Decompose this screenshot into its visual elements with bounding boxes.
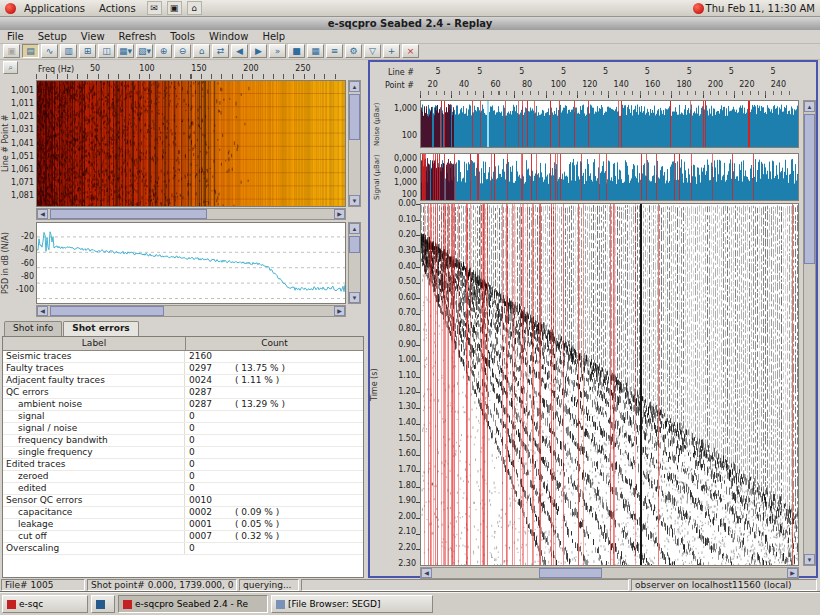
scroll-down-icon[interactable]: ▼	[349, 195, 360, 206]
toolbar-pan-button[interactable]: ⇄	[212, 44, 229, 58]
toolbar-play-button[interactable]: »	[269, 44, 286, 58]
scroll-thumb[interactable]	[50, 306, 164, 316]
toolbar-histogram-view-button[interactable]: ▥	[60, 44, 77, 58]
time-tick-label: 1.80	[398, 481, 416, 490]
line-tick-label: 5	[417, 67, 459, 76]
toolbar-new-view-button[interactable]: ▣	[3, 44, 20, 58]
scroll-thumb[interactable]	[539, 568, 603, 578]
scroll-right-icon[interactable]: ▶	[334, 209, 345, 219]
toolbar-search-button[interactable]: ⌕	[3, 61, 18, 74]
actions-menu[interactable]: Actions	[93, 2, 142, 15]
taskbar-icon-button[interactable]	[91, 595, 115, 613]
freq-tick-marks	[36, 74, 344, 79]
scroll-left-icon[interactable]: ◀	[37, 209, 48, 219]
taskbar-filebrowser-button[interactable]: [File Browser: SEGD]	[271, 595, 433, 613]
toolbar: ▣▤∿▥⊞◫▦▾▧▾⊕⊖⌂⇄◀▶»■▦≡⚙▽+×	[0, 43, 820, 60]
scroll-right-icon[interactable]: ▶	[334, 306, 345, 316]
menu-item[interactable]: Refresh	[112, 30, 164, 43]
time-tick-label: 0.60	[398, 293, 416, 302]
row-count: 0287	[185, 387, 227, 398]
scroll-left-icon[interactable]: ◀	[421, 568, 432, 578]
scroll-left-icon[interactable]: ◀	[37, 306, 48, 316]
scroll-right-icon[interactable]: ▶	[787, 568, 798, 578]
menu-bar: FileSetupViewRefreshToolsWindowHelp	[0, 30, 820, 44]
row-count-cell: 0	[185, 471, 363, 482]
menu-item[interactable]: Window	[202, 30, 255, 43]
spectrogram-horizontal-scrollbar[interactable]: ◀ ▶	[36, 208, 346, 220]
scroll-up-icon[interactable]: ▲	[349, 81, 360, 92]
clock-applet[interactable]: Thu Feb 11, 11:30 AM	[706, 3, 815, 14]
toolbar-spectrum-view-button[interactable]: ∿	[41, 44, 58, 58]
scroll-track[interactable]	[48, 209, 334, 219]
toolbar-filter-button[interactable]: ▽	[364, 44, 381, 58]
line-tick-label: 5	[626, 67, 668, 76]
toolbar-display-palette-button[interactable]: ▤	[22, 44, 39, 58]
window-titlebar[interactable]: e-sqcpro Seabed 2.4 - Replay	[0, 17, 820, 31]
toolbar-overlay-menu-button[interactable]: ▧▾	[136, 44, 153, 58]
toolbar-view-menu-button[interactable]: ▦▾	[117, 44, 134, 58]
table-row: cut off 0007( 0.32 % )	[3, 531, 363, 543]
psd-vertical-scrollbar[interactable]: ▲ ▼	[348, 222, 361, 304]
time-tick-label: 0.20	[398, 230, 416, 239]
toolbar-close-view-button[interactable]: ×	[402, 44, 419, 58]
toolbar-stop-button[interactable]: ■	[288, 44, 305, 58]
row-count-cell: 0001( 0.05 % )	[185, 519, 363, 530]
panel-launcher-icon[interactable]: ⌂	[187, 1, 202, 15]
toolbar-zoom-fit-button[interactable]: ⌂	[193, 44, 210, 58]
scroll-track[interactable]	[349, 234, 360, 292]
scroll-up-icon[interactable]: ▲	[804, 101, 815, 112]
scroll-track[interactable]	[349, 92, 360, 195]
spectrogram-ytick-label: 1,001	[11, 86, 34, 95]
toolbar-trace-view-button[interactable]: ≡	[326, 44, 343, 58]
table-row: Overscaling 0	[3, 543, 363, 555]
tab-shot-errors[interactable]: Shot errors	[63, 321, 138, 336]
time-tick-label: 1.60	[398, 449, 416, 458]
scroll-down-icon[interactable]: ▼	[349, 292, 360, 303]
noise-plot-canvas[interactable]	[421, 101, 798, 147]
tab-shot-info[interactable]: Shot info	[4, 321, 62, 336]
scroll-thumb[interactable]	[804, 114, 815, 264]
time-tick-label: 0.00	[398, 199, 416, 208]
panel-launcher-icon[interactable]: ▣	[167, 1, 182, 15]
scroll-up-icon[interactable]: ▲	[349, 223, 360, 234]
point-axis-minor-tick-marks	[420, 91, 797, 95]
spectrogram-vertical-scrollbar[interactable]: ▲ ▼	[348, 80, 361, 207]
row-count-cell: 0002( 0.09 % )	[185, 507, 363, 518]
scroll-track[interactable]	[48, 306, 334, 316]
taskbar-esqc-button[interactable]: e-sqc	[2, 595, 88, 613]
scroll-track[interactable]	[804, 112, 815, 554]
toolbar-previous-shot-button[interactable]: ◀	[231, 44, 248, 58]
menu-item[interactable]: Setup	[31, 30, 74, 43]
panel-vertical-scrollbar[interactable]: ▲ ▼	[803, 100, 816, 566]
applications-menu[interactable]: Applications	[18, 2, 91, 15]
panel-launcher-icon[interactable]: ✉	[147, 1, 162, 15]
toolbar-layout-split-button[interactable]: ◫	[98, 44, 115, 58]
scroll-down-icon[interactable]: ▼	[804, 554, 815, 565]
psd-horizontal-scrollbar[interactable]: ◀ ▶	[36, 305, 346, 317]
menu-item[interactable]: Tools	[163, 30, 202, 43]
menu-item[interactable]: File	[0, 30, 31, 43]
toolbar-zoom-in-button[interactable]: ⊕	[155, 44, 172, 58]
toolbar-pick-mode-button[interactable]: +	[383, 44, 400, 58]
toolbar-next-shot-button[interactable]: ▶	[250, 44, 267, 58]
menu-item[interactable]: View	[74, 30, 112, 43]
spectrogram-ytick-label: 1,071	[11, 178, 34, 187]
signal-plot-canvas[interactable]	[421, 154, 798, 200]
toolbar-table-view-button[interactable]: ▦	[307, 44, 324, 58]
psd-tick-label: -100	[16, 285, 34, 294]
toolbar-settings-button[interactable]: ⚙	[345, 44, 362, 58]
psd-canvas[interactable]	[37, 223, 345, 303]
scroll-thumb[interactable]	[349, 94, 360, 140]
traces-canvas[interactable]	[421, 204, 798, 565]
menu-item[interactable]: Help	[255, 30, 292, 43]
scroll-thumb[interactable]	[50, 209, 207, 219]
scroll-track[interactable]	[432, 568, 787, 578]
toolbar-zoom-out-button[interactable]: ⊖	[174, 44, 191, 58]
toolbar-map-view-button[interactable]: ⊞	[79, 44, 96, 58]
taskbar-esqcpro-button[interactable]: e-sqcpro Seabed 2.4 - Re	[118, 595, 268, 613]
table-row: Seismic traces 2160	[3, 351, 363, 363]
redhat-menu-icon[interactable]	[5, 3, 16, 14]
row-label: edited	[3, 483, 185, 494]
scroll-thumb[interactable]	[349, 236, 360, 253]
spectrogram-canvas[interactable]	[37, 81, 345, 206]
